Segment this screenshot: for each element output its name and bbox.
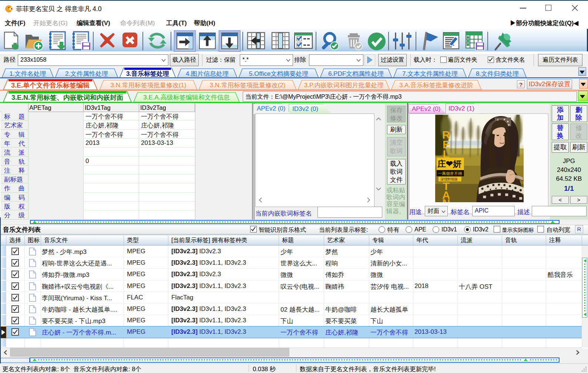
svg-text:N: N bbox=[442, 197, 450, 202]
svg-text:一萬個舍不得: 一萬個舍不得 bbox=[438, 171, 462, 176]
svg-text:庄❤妍: 庄❤妍 bbox=[437, 159, 461, 169]
